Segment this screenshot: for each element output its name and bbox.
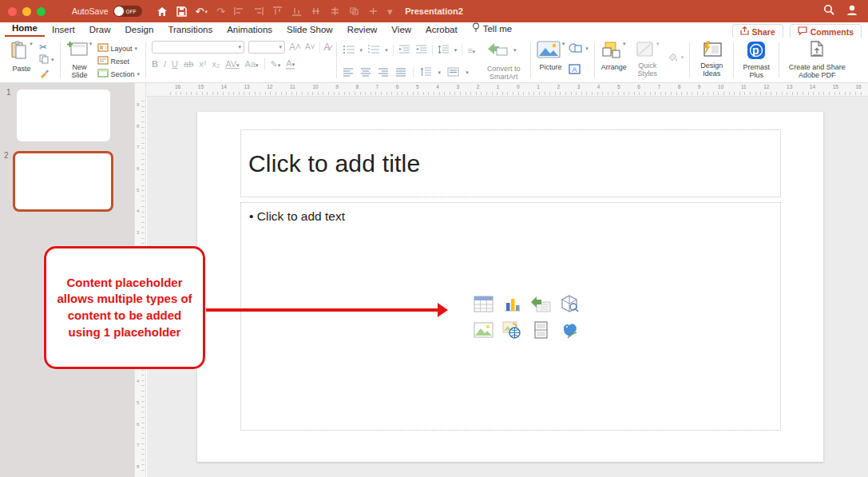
tab-slide-show[interactable]: Slide Show <box>279 23 340 37</box>
paste-button[interactable]: ▾ Paste <box>8 41 35 73</box>
tab-transitions[interactable]: Transitions <box>161 23 220 37</box>
autosave-state: OFF <box>126 9 137 14</box>
tab-design[interactable]: Design <box>118 23 161 37</box>
character-spacing-button[interactable]: AV▾ <box>225 60 239 69</box>
justify-button[interactable] <box>395 66 406 80</box>
format-painter-button[interactable] <box>39 68 50 80</box>
undo-icon[interactable]: ↶▾ <box>196 6 208 17</box>
premast-plus-button[interactable]: p Premast Plus <box>739 41 773 80</box>
new-slide-button[interactable]: ▾ New Slide <box>66 41 93 80</box>
font-name-combobox[interactable]: ▾ <box>152 41 244 54</box>
section-button[interactable]: Section▾ <box>97 69 141 79</box>
tab-review[interactable]: Review <box>340 23 385 37</box>
picture-icon[interactable] <box>473 320 493 340</box>
increase-indent-button[interactable] <box>415 43 427 58</box>
align-left-button[interactable] <box>343 66 354 80</box>
more-commands-icon[interactable] <box>368 6 379 16</box>
insert-group: ▾ Picture ▾ A <box>533 40 592 81</box>
align-text-button[interactable] <box>447 66 459 80</box>
new-slide-dropdown-caret[interactable]: ▾ <box>89 41 93 47</box>
paste-dropdown-caret[interactable]: ▾ <box>30 41 33 47</box>
3d-model-icon[interactable] <box>559 294 580 313</box>
columns-button[interactable] <box>420 66 432 80</box>
paragraph-group: ▾ ▾ ▾ ≡▾ ▾ ▾ ▾ Convert to SmartArt <box>339 40 528 81</box>
autosave-toggle[interactable]: OFF <box>113 6 142 17</box>
quick-styles-button[interactable]: ▾ Quick Styles <box>632 41 663 78</box>
superscript-button[interactable]: x² <box>199 60 206 69</box>
bullets-button[interactable] <box>343 43 355 58</box>
home-icon[interactable] <box>157 6 168 17</box>
tab-animations[interactable]: Animations <box>220 23 279 37</box>
slide-2-number: 2 <box>4 151 9 160</box>
close-window-button[interactable] <box>8 7 17 16</box>
adobe-pdf-button[interactable]: Create and Share Adobe PDF <box>785 41 849 80</box>
new-slide-label: New Slide <box>67 63 93 80</box>
shape-fill-icon <box>667 52 679 63</box>
underline-button[interactable]: U <box>172 60 178 69</box>
slide-2-thumbnail[interactable] <box>13 151 113 212</box>
tab-home[interactable]: Home <box>5 22 45 37</box>
shapes-icon <box>569 42 583 55</box>
arrange-group: ▾ Arrange ▾ Quick Styles ▾ <box>597 40 688 81</box>
italic-button[interactable]: I <box>164 60 166 69</box>
content-placeholder-icons <box>473 294 580 340</box>
align-center-button[interactable] <box>360 66 371 80</box>
design-ideas-button[interactable]: Design Ideas <box>696 41 727 78</box>
shapes-button[interactable]: ▾ <box>569 42 589 55</box>
tab-view[interactable]: View <box>384 23 418 37</box>
shape-fill-button[interactable]: ▾ <box>667 52 684 63</box>
tab-tell-me[interactable]: Tell me <box>465 21 519 37</box>
zoom-window-button[interactable] <box>37 7 46 16</box>
icons-icon[interactable] <box>559 320 580 340</box>
subscript-button[interactable]: x₂ <box>212 60 220 69</box>
copy-button[interactable]: ▾ <box>39 54 54 66</box>
reset-button[interactable]: Reset <box>97 56 130 66</box>
account-icon[interactable] <box>846 4 858 19</box>
line-spacing-button[interactable] <box>438 43 450 58</box>
title-placeholder[interactable]: Click to add title <box>240 129 781 197</box>
align-right-button[interactable] <box>378 66 389 80</box>
minimize-window-button[interactable] <box>22 7 31 16</box>
decrease-font-size-button[interactable]: A˅ <box>305 43 315 51</box>
text-highlight-button[interactable]: ✎▾ <box>271 60 281 69</box>
smartart-icon[interactable] <box>530 294 551 313</box>
slide-canvas[interactable]: Click to add title • Click to add text <box>197 112 823 462</box>
font-size-combobox[interactable]: ▾ <box>248 41 285 54</box>
video-icon[interactable] <box>530 320 551 340</box>
copy-icon <box>39 54 49 66</box>
picture-button[interactable]: ▾ Picture <box>537 41 565 71</box>
tab-insert[interactable]: Insert <box>45 23 82 37</box>
redo-icon[interactable]: ↷ <box>216 6 225 17</box>
convert-smartart-icon[interactable] <box>486 41 509 60</box>
group-objects-icon <box>349 6 359 16</box>
online-pictures-icon[interactable] <box>501 320 522 340</box>
arrange-button[interactable]: ▾ Arrange <box>600 41 628 71</box>
bold-button[interactable]: B <box>152 60 158 69</box>
layout-button[interactable]: Layout▾ <box>97 43 138 54</box>
arrange-dropdown-caret[interactable]: ▾ <box>623 41 626 47</box>
font-color-button[interactable]: A▾ <box>286 59 295 70</box>
tab-acrobat[interactable]: Acrobat <box>418 23 465 37</box>
chart-icon[interactable] <box>501 294 522 313</box>
strikethrough-button[interactable]: ab <box>184 60 193 69</box>
format-painter-icon <box>39 68 50 80</box>
table-icon[interactable] <box>473 294 493 313</box>
slide-1-thumbnail[interactable] <box>17 89 110 141</box>
text-direction-button[interactable]: ≡▾ <box>467 46 475 55</box>
change-case-button[interactable]: Aa▾ <box>245 60 259 69</box>
toolbar-overflow-icon[interactable]: ▾ <box>387 6 393 17</box>
decrease-indent-button[interactable] <box>398 43 410 58</box>
search-icon[interactable] <box>823 4 834 18</box>
increase-font-size-button[interactable]: A˄ <box>289 42 301 52</box>
text-box-button[interactable]: A <box>569 64 581 76</box>
tab-draw[interactable]: Draw <box>82 23 118 37</box>
design-ideas-icon <box>701 41 722 62</box>
cut-button[interactable]: ✂ <box>39 42 47 52</box>
numbering-button[interactable] <box>367 43 380 58</box>
clear-formatting-button[interactable]: A̷ <box>324 42 331 52</box>
convert-smartart-label[interactable]: Convert to SmartArt <box>483 65 525 81</box>
picture-dropdown-caret[interactable]: ▾ <box>562 41 565 47</box>
save-icon[interactable] <box>176 6 187 17</box>
adobe-pdf-label: Create and Share Adobe PDF <box>785 63 849 80</box>
title-bar: AutoSave OFF ↶▾ ↷ ▾ Presentati <box>0 0 868 22</box>
